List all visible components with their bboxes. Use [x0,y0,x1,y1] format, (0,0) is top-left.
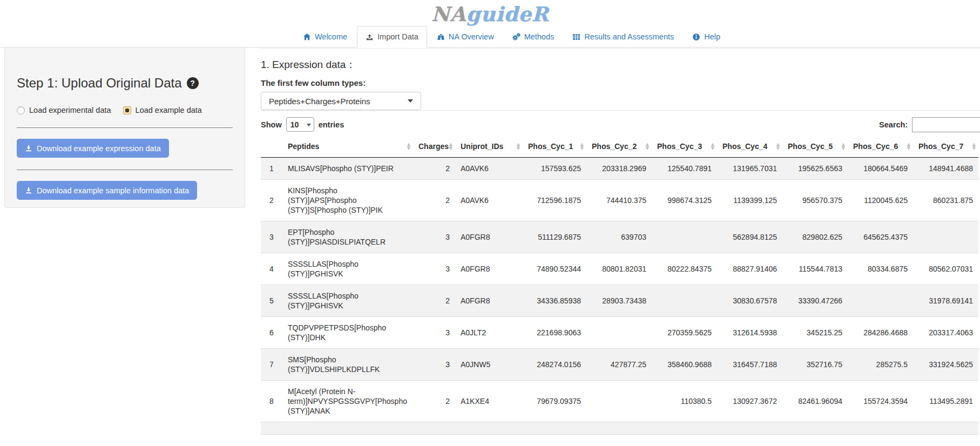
nav-tabs: WelcomeImport DataNA OverviewMethodsResu… [0,26,980,48]
question-circle-icon[interactable] [187,77,199,89]
column-header-Phos_Cyc_6[interactable]: Phos_Cyc_6▲▼ [848,136,913,158]
phos-cyc-3-cell: 270359.5625 [652,317,717,349]
column-header-label: Uniprot_IDs [461,142,503,151]
column-header-Phos_Cyc_5[interactable]: Phos_Cyc_5▲▼ [782,136,848,158]
phos-cyc-4-cell: 131965.7031 [717,158,782,180]
tab-methods[interactable]: Methods [504,26,563,48]
phos-cyc-2-cell: 427877.25 [586,349,652,381]
phos-cyc-5-cell: 115544.7813 [782,253,848,285]
table-row-3: 3EPT[Phospho (STY)]PSIASDISLPIATQELR3A0F… [261,221,978,253]
phos-cyc-2-cell: 28903.73438 [586,285,652,317]
radio-label: Load example data [136,106,202,114]
uniprot-id-cell: A0FGR8 [455,285,523,317]
sort-icon: ▲▼ [711,143,714,150]
empty-cell [782,422,848,435]
phos-cyc-1-cell: 221698.9063 [523,317,586,349]
show-label: Show [261,120,282,129]
tab-label: Methods [524,32,555,41]
download-expression-data-button[interactable]: Download example expression data [17,139,169,158]
phos-cyc-5-cell: 352716.75 [782,349,848,381]
peptide-cell: EPT[Phospho (STY)]PSIASDISLPIATQELR [282,221,413,253]
divider [261,48,980,49]
download-icon [25,145,32,152]
tab-import-data[interactable]: Import Data [357,26,427,48]
upload-icon [366,33,374,41]
phos-cyc-7-cell [913,221,978,253]
sort-icon: ▲▼ [646,143,649,150]
radio-label: Load experimental data [29,106,111,114]
column-header-Uniprot_IDs[interactable]: Uniprot_IDs▲▼ [455,136,523,158]
table-row-4: 4SSSSLLAS[Phospho (STY)]PGHISVK3A0FGR874… [261,253,978,285]
column-header-Phos_Cyc_4[interactable]: Phos_Cyc_4▲▼ [717,136,782,158]
charge-cell: 2 [413,285,455,317]
column-header-Phos_Cyc_3[interactable]: Phos_Cyc_3▲▼ [652,136,717,158]
panel-title: Step 1: Upload Original Data [17,76,182,91]
phos-cyc-5-cell: 345215.25 [782,317,848,349]
charge-cell: 2 [413,381,455,422]
phos-cyc-6-cell: 155724.3594 [848,381,913,422]
empty-cell [717,422,782,435]
table-row-2: 2KINS[Phospho (STY)]APS[Phospho (STY)]S[… [261,180,978,221]
upload-panel: Step 1: Upload Original Data Load experi… [4,47,245,208]
phos-cyc-6-cell: 284286.4688 [848,317,913,349]
empty-cell [652,422,717,435]
tab-na-overview[interactable]: NA Overview [428,26,503,48]
search-input[interactable] [912,117,980,132]
tab-welcome[interactable]: Welcome [294,26,356,48]
import-data-tab-panel: 1. Expression data： The first few column… [261,48,980,435]
sort-icon: ▲▼ [407,143,410,150]
uniprot-id-cell: A1KXE4 [455,381,523,422]
phos-cyc-7-cell: 80562.07031 [913,253,978,285]
peptide-cell: TQDPVPPETPSDS[Phospho (STY)]DHK [282,317,413,349]
tab-help[interactable]: Help [684,26,729,48]
tab-results-and-assessments[interactable]: Results and Assessments [564,26,682,48]
column-header-label: Phos_Cyc_7 [918,142,963,151]
sort-icon: ▲▼ [776,143,780,150]
page-length-select[interactable]: 10 [286,117,314,132]
column-header-Phos_Cyc_7[interactable]: Phos_Cyc_7▲▼ [913,136,978,158]
empty-cell [913,422,978,435]
search-label: Search: [879,120,908,129]
column-header-Charges[interactable]: Charges▲▼ [413,136,455,158]
download-sample-info-button[interactable]: Download example sample information data [17,181,197,200]
peptide-cell: SSSSLLAS[Phospho (STY)]PGHISVK [282,253,413,285]
column-header-Phos_Cyc_1[interactable]: Phos_Cyc_1▲▼ [523,136,586,158]
phos-cyc-5-cell: 956570.375 [782,180,848,221]
cogs-icon [512,33,521,41]
data-source-radio-group: Load experimental dataLoad example data [17,105,233,116]
column-header-label: Peptides [288,142,319,151]
radio-load-experimental-data[interactable]: Load experimental data [17,106,111,114]
column-types-select[interactable]: Peptides+Charges+Proteins [261,92,421,110]
phos-cyc-2-cell [586,381,652,422]
uniprot-id-cell: A0AVK6 [455,158,523,180]
radio-unselected-icon [17,106,25,114]
tab-label: Import Data [377,32,418,41]
phos-cyc-6-cell: 80334.6875 [848,253,913,285]
row-number-cell: 7 [261,349,282,381]
row-number-cell: 8 [261,381,282,422]
empty-cell [848,422,913,435]
phos-cyc-4-cell: 1139399.125 [717,180,782,221]
phos-cyc-3-cell: 358460.9688 [652,349,717,381]
table-row-5: 5SSSSLLAS[Phospho (STY)]PGHISVK2A0FGR834… [261,285,978,317]
phos-cyc-4-cell: 130927.3672 [717,381,782,422]
phos-cyc-7-cell: 113495.2891 [913,381,978,422]
phos-cyc-2-cell: 639703 [586,221,652,253]
uniprot-id-cell: A0AVK6 [455,180,523,221]
column-types-label: The first few column types: [261,78,980,87]
row-number-cell: 6 [261,317,282,349]
radio-load-example-data[interactable]: Load example data [123,106,202,114]
phos-cyc-7-cell: 203317.4063 [913,317,978,349]
column-header-Peptides[interactable]: Peptides▲▼ [282,136,413,158]
peptide-cell: MLISAVS[Phospho (STY)]PEIR [282,158,413,180]
row-number-cell: 2 [261,180,282,221]
phos-cyc-5-cell: 82461.96094 [782,381,848,422]
empty-cell [282,422,413,435]
uniprot-id-cell: A0FGR8 [455,221,523,253]
column-header-index[interactable] [261,136,282,158]
row-number-cell: 1 [261,158,282,180]
phos-cyc-2-cell [586,317,652,349]
column-header-Phos_Cyc_2[interactable]: Phos_Cyc_2▲▼ [586,136,652,158]
tab-label: NA Overview [449,32,494,41]
phos-cyc-1-cell: 712596.1875 [523,180,586,221]
